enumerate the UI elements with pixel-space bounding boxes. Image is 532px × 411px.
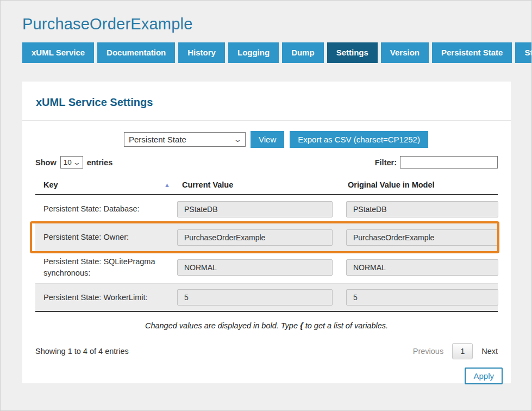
view-button[interactable]: View [251,131,284,148]
column-header-key[interactable]: Key ▲ [35,180,177,189]
row-key-label: Persistent State: WorkerLimit: [35,288,177,308]
key-header-label: Key [43,180,58,189]
row-key-label: Persistent State: Owner: [35,227,177,247]
row-key-label: Persistent State: Database: [35,199,177,219]
showing-entries-text: Showing 1 to 4 of 4 entries [35,347,129,356]
table-row-sqlitepragma: Persistent State: SQLitePragma synchrono… [35,252,498,284]
tab-persistent-state[interactable]: Persistent State [432,42,512,63]
filter-label: Filter: [375,158,397,167]
controls-row: Persistent State ⌄ View Export as CSV (c… [35,131,498,148]
original-value-input[interactable] [346,259,498,276]
tab-logging[interactable]: Logging [228,42,279,63]
table-row-workerlimit: Persistent State: WorkerLimit: [35,284,498,312]
tab-history[interactable]: History [178,42,225,63]
current-value-input[interactable] [177,289,333,306]
tab-xuml-service[interactable]: xUML Service [22,42,94,63]
original-value-input[interactable] [346,229,498,246]
original-value-input[interactable] [346,201,498,217]
note-text: Changed values are displayed in bold. Ty… [145,321,300,330]
show-filter-row: Show 10 ⌄ entries Filter: [35,156,498,169]
apply-button[interactable]: Apply [465,368,503,384]
entries-label: entries [87,158,113,167]
changed-values-note: Changed values are displayed in bold. Ty… [22,321,511,330]
apply-row: Apply [35,368,503,384]
page-title: PurchaseOrderExample [22,15,510,33]
panel-heading: xUML Service Settings [22,82,511,109]
show-label: Show [35,158,57,167]
table-header-row: Key ▲ Current Value Original Value in Mo… [35,175,498,195]
tab-dump[interactable]: Dump [282,42,324,63]
settings-table: Key ▲ Current Value Original Value in Mo… [35,175,498,312]
tab-settings[interactable]: Settings [327,42,378,63]
table-body: Persistent State: Database: Persistent S… [35,195,498,312]
current-value-input[interactable] [177,201,333,217]
chevron-down-icon: ⌄ [234,136,242,143]
previous-page-button[interactable]: Previous [413,347,443,356]
tab-bar: xUML Service Documentation History Loggi… [22,42,510,63]
table-row-database: Persistent State: Database: [35,195,498,223]
filter-input[interactable] [400,156,498,169]
settings-panel: xUML Service Settings Persistent State ⌄… [22,82,511,383]
current-value-input[interactable] [177,229,333,246]
export-csv-button[interactable]: Export as CSV (charset=CP1252) [290,131,428,148]
note-text: to get a list of variables. [303,321,388,330]
pagination: Previous 1 Next [413,343,498,359]
tab-version[interactable]: Version [381,42,429,63]
page-length-select[interactable]: 10 ⌄ [60,156,83,169]
sort-ascending-icon: ▲ [164,182,170,188]
column-header-original-value[interactable]: Original Value in Model [346,180,498,189]
current-value-input[interactable] [177,259,333,276]
category-select-value: Persistent State [129,135,186,144]
page: PurchaseOrderExample xUML Service Docume… [1,15,531,383]
filter-control: Filter: [375,156,498,169]
next-page-button[interactable]: Next [481,347,498,356]
row-key-label: Persistent State: SQLitePragma synchrono… [35,252,177,283]
tab-documentation[interactable]: Documentation [97,42,175,63]
column-header-current-value[interactable]: Current Value [177,180,346,189]
page-number-button[interactable]: 1 [452,343,473,359]
table-footer: Showing 1 to 4 of 4 entries Previous 1 N… [35,343,498,359]
page-length-value: 10 [64,158,72,166]
original-value-input[interactable] [346,289,498,306]
tab-status[interactable]: Status [515,42,532,63]
category-select[interactable]: Persistent State ⌄ [124,132,246,147]
chevron-down-icon: ⌄ [73,159,81,166]
table-row-owner: Persistent State: Owner: [35,223,498,252]
show-entries-control: Show 10 ⌄ entries [35,156,112,169]
divider [22,120,511,121]
